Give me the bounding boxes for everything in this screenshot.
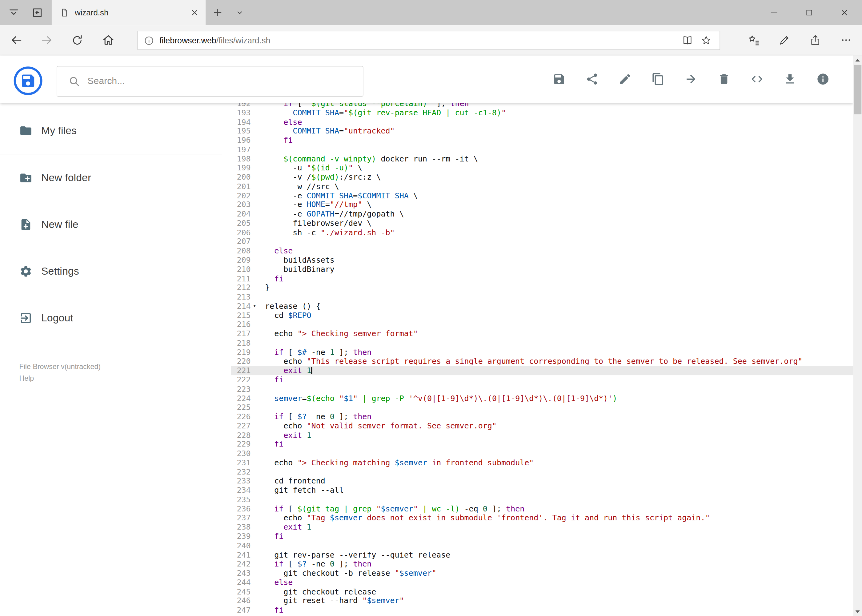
code-line[interactable]: 231 echo "> Checking matching $semver in…	[231, 458, 853, 467]
code-line[interactable]: 216	[231, 320, 853, 329]
address-bar[interactable]: filebrowser.web/files/wizard.sh	[137, 31, 720, 50]
search-box[interactable]	[57, 66, 364, 97]
code-line[interactable]: 206 sh -c "./wizard.sh -b"	[231, 228, 853, 237]
code-line[interactable]: 239 fi	[231, 532, 853, 541]
code-line[interactable]: 192 if [ "$(git status --porcelain)" ]; …	[231, 103, 853, 108]
sidebar-item-logout[interactable]: Logout	[0, 294, 222, 341]
code-line[interactable]: 205 filebrowser/dev \	[231, 218, 853, 228]
refresh-button[interactable]	[65, 32, 89, 48]
help-link[interactable]: Help	[19, 373, 101, 384]
code-line[interactable]: 204 -e GOPATH=//tmp/gopath \	[231, 209, 853, 218]
code-line[interactable]: 215 cd $REPO	[231, 311, 853, 320]
info-button[interactable]	[807, 66, 840, 93]
window-minimize-button[interactable]	[756, 0, 791, 25]
code-line[interactable]: 226 if [ $? -ne 0 ]; then	[231, 412, 853, 421]
code-line[interactable]: 235	[231, 495, 853, 504]
search-input[interactable]	[87, 76, 355, 87]
code-line[interactable]: 227 echo "Not valid semver format. See s…	[231, 421, 853, 431]
delete-button[interactable]	[708, 66, 741, 93]
code-line[interactable]: 193 COMMIT_SHA="$(git rev-parse HEAD | c…	[231, 108, 853, 117]
code-line[interactable]: 209 buildAssets	[231, 256, 853, 265]
tab-preview-icon[interactable]	[6, 6, 20, 20]
edit-source-button[interactable]	[741, 66, 773, 93]
tab-list-chevron-icon[interactable]	[233, 7, 246, 18]
code-line[interactable]: 246 git reset --hard "$semver"	[231, 596, 853, 605]
code-line[interactable]: 199 -u "$(id -u)" \	[231, 163, 853, 173]
code-line[interactable]: 241 git rev-parse --verify --quiet relea…	[231, 550, 853, 559]
code-line[interactable]: 234 git fetch --all	[231, 486, 853, 495]
code-line[interactable]: 196 fi	[231, 136, 853, 145]
window-maximize-button[interactable]	[791, 0, 827, 25]
code-line[interactable]: 230	[231, 449, 853, 458]
code-line[interactable]: 222 fi	[231, 375, 853, 384]
code-line[interactable]: 202 -e COMMIT_SHA=$COMMIT_SHA \	[231, 191, 853, 200]
share-icon[interactable]	[800, 30, 830, 50]
code-line[interactable]: 195 COMMIT_SHA="untracked"	[231, 126, 853, 136]
code-line[interactable]: 203 -e HOME="//tmp" \	[231, 200, 853, 209]
code-line[interactable]: 219 if [ $# -ne 1 ]; then	[231, 347, 853, 357]
sidebar-item-new-file[interactable]: New file	[0, 201, 222, 248]
home-button[interactable]	[96, 32, 121, 48]
share-button[interactable]	[575, 66, 608, 93]
code-editor[interactable]: 192 if [ "$(git status --porcelain)" ]; …	[231, 103, 853, 616]
code-line[interactable]: 240	[231, 541, 853, 550]
hub-favorites-icon[interactable]	[738, 30, 769, 50]
scrollbar-thumb[interactable]	[854, 65, 861, 115]
code-line[interactable]: 200 -v /$(pwd):/src:z \	[231, 173, 853, 182]
filebrowser-logo[interactable]	[14, 66, 43, 95]
fold-marker-icon[interactable]: ▾	[253, 302, 256, 311]
new-tab-button[interactable]	[210, 6, 225, 19]
code-line[interactable]: 225	[231, 403, 853, 412]
code-line[interactable]: 223	[231, 384, 853, 394]
code-line[interactable]: 220 echo "This release script requires a…	[231, 357, 853, 366]
sidebar-item-settings[interactable]: Settings	[0, 248, 222, 295]
browser-tab[interactable]: wizard.sh	[52, 0, 206, 25]
scroll-down-button[interactable]	[853, 607, 862, 616]
save-button[interactable]	[542, 66, 575, 93]
rename-button[interactable]	[608, 66, 641, 93]
forward-button[interactable]	[35, 32, 59, 48]
code-line[interactable]: 210 buildBinary	[231, 265, 853, 274]
code-line[interactable]: 218	[231, 338, 853, 347]
code-line[interactable]: 201 -w //src \	[231, 182, 853, 191]
page-scrollbar[interactable]	[853, 55, 862, 616]
code-line[interactable]: 238 exit 1	[231, 523, 853, 532]
code-line[interactable]: 194 else	[231, 117, 853, 126]
code-line[interactable]: 242 if [ $? -ne 0 ]; then	[231, 559, 853, 569]
code-line[interactable]: 229 fi	[231, 440, 853, 449]
set-tabs-aside-icon[interactable]	[30, 6, 44, 20]
sidebar-item-my-files[interactable]: My files	[0, 107, 222, 154]
code-line[interactable]: 208 else	[231, 246, 853, 256]
code-line[interactable]: 232	[231, 467, 853, 477]
code-line[interactable]: 228 exit 1	[231, 431, 853, 440]
code-line[interactable]: 217 echo "> Checking semver format"	[231, 329, 853, 338]
back-button[interactable]	[4, 32, 28, 48]
move-button[interactable]	[674, 66, 708, 93]
code-line[interactable]: 221 exit 1	[231, 366, 853, 375]
more-options-icon[interactable]	[830, 30, 861, 50]
code-line[interactable]: 237 echo "Tag $semver does not exist in …	[231, 513, 853, 523]
reading-view-icon[interactable]	[678, 33, 697, 48]
code-line[interactable]: 243 git checkout -b release "$semver"	[231, 569, 853, 578]
code-line[interactable]: 233 cd frontend	[231, 476, 853, 486]
download-button[interactable]	[773, 66, 806, 93]
code-line[interactable]: 236 if [ $(git tag | grep "$semver" | wc…	[231, 504, 853, 513]
code-line[interactable]: 224 semver=$(echo "$1" | grep -P '^v(0|[…	[231, 394, 853, 403]
copy-button[interactable]	[641, 66, 674, 93]
code-line[interactable]: 247 fi	[231, 605, 853, 615]
code-line[interactable]: 207	[231, 237, 853, 246]
code-line[interactable]: 197	[231, 145, 853, 154]
code-line[interactable]: 214▾release () {	[231, 302, 853, 311]
site-info-icon[interactable]	[143, 35, 154, 46]
web-notes-pen-icon[interactable]	[769, 30, 800, 50]
tab-close-icon[interactable]	[189, 7, 200, 18]
window-close-button[interactable]	[827, 0, 862, 25]
scroll-up-button[interactable]	[853, 55, 862, 64]
code-line[interactable]: 198 $(command -v winpty) docker run --rm…	[231, 154, 853, 163]
sidebar-item-new-folder[interactable]: New folder	[0, 154, 222, 201]
code-line[interactable]: 244 else	[231, 578, 853, 587]
favorite-star-icon[interactable]	[697, 33, 715, 48]
code-line[interactable]: 212}	[231, 283, 853, 292]
code-line[interactable]: 245 git checkout release	[231, 587, 853, 596]
code-line[interactable]: 211 fi	[231, 274, 853, 283]
